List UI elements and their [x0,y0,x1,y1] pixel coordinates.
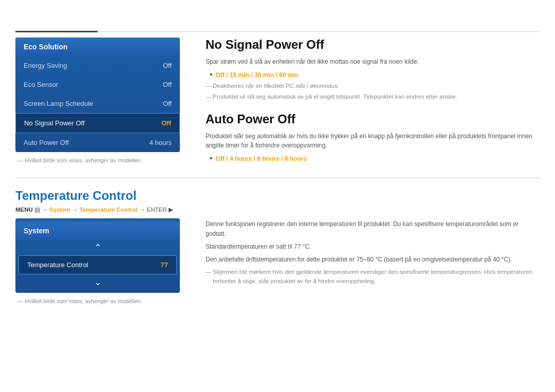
system-header: System [15,221,180,240]
menu-item-value-active: Off [161,119,171,127]
temp-desc-3: Den anbefalte driftstemperaturen for det… [206,255,540,265]
menu-item-value: Off [163,62,172,69]
menu-item-eco-sensor[interactable]: Eco Sensor Off [15,75,180,94]
auto-power-bullet: • Off / 4 hours / 6 hours / 8 hours [210,154,540,162]
menu-item-value: Off [163,81,172,88]
menu-item-label: Energy Saving [24,62,67,69]
no-signal-options: Off / 15 min / 30 min / 60 min [216,71,299,79]
menu-item-no-signal[interactable]: No Signal Power Off Off [15,113,180,133]
menu-item-label: No Signal Power Off [24,119,85,127]
auto-power-desc: Produktet slår seg automatisk av hvis du… [206,132,540,150]
no-signal-note-1: Deaktiveres når en tilkoblet PC står i ø… [206,82,540,90]
eco-solution-header: Eco Solution [15,38,180,56]
bullet-icon: • [210,70,213,79]
eco-footnote: Hvilket bilde som vises, avhenger av mod… [15,157,180,163]
auto-power-options: Off / 4 hours / 6 hours / 8 hours [216,155,307,162]
temp-control-value: 77 [161,261,168,269]
system-menu: System ⌃ Temperature Control 77 ⌄ [15,218,180,293]
menu-path-enter-icon: ▶ [169,207,173,213]
temp-dash-note: Skjermen blir mørkere hvis den gjeldende… [206,268,540,286]
main-content: Eco Solution Energy Saving Off Eco Senso… [0,38,555,173]
menu-item-value: Off [163,100,172,107]
temp-footnote: Hvilket bilde som vises, avhenger av mod… [15,298,180,304]
auto-power-title: Auto Power Off [206,112,540,126]
temp-control-label: Temperature Control [27,261,88,269]
menu-item-label: Auto Power Off [24,139,69,146]
menu-item-label: Eco Sensor [24,81,58,88]
bullet-icon: • [210,154,213,162]
menu-path-arrow1: ▤ → [34,207,49,213]
bottom-right: Denne funksjonen registrerer den interne… [195,189,540,304]
no-signal-desc: Spar strøm ved å slå av enheten når det … [206,57,540,66]
page-container: Eco Solution Energy Saving Off Eco Senso… [0,0,555,392]
temp-section-title: Temperature Control [15,189,180,203]
divider-dark [15,31,98,32]
temp-desc-2: Standardtemperaturen er satt til 77 °C. [206,242,540,252]
bottom-content: Temperature Control MENU ▤ → System → Te… [0,189,555,304]
menu-path-system: System [49,207,70,213]
menu-item-auto-power[interactable]: Auto Power Off 4 hours [15,133,180,152]
menu-path: MENU ▤ → System → Temperature Control → … [15,206,180,213]
no-signal-section: No Signal Power Off Spar strøm ved å slå… [206,38,540,102]
divider-light [98,31,540,32]
left-panel: Eco Solution Energy Saving Off Eco Senso… [15,38,180,173]
menu-path-arrow2: → [72,207,80,213]
menu-path-arrow3: → ENTER [139,207,169,213]
menu-item-value: 4 hours [150,139,172,146]
bottom-left: Temperature Control MENU ▤ → System → Te… [15,189,180,304]
no-signal-title: No Signal Power Off [206,38,540,52]
menu-item-energy-saving[interactable]: Energy Saving Off [15,56,180,75]
temp-control-item[interactable]: Temperature Control 77 [18,255,177,274]
arrow-up-button[interactable]: ⌃ [15,240,180,255]
mid-divider [15,178,540,178]
menu-path-menu: MENU [15,207,34,213]
menu-path-temp: Temperature Control [80,207,138,213]
temp-desc-1: Denne funksjonen registrerer den interne… [206,219,540,239]
menu-item-screen-lamp[interactable]: Screen Lamp Schedule Off [15,94,180,113]
no-signal-note-2: Produktet vil slå seg automatisk av på e… [206,92,540,101]
eco-solution-menu: Eco Solution Energy Saving Off Eco Senso… [15,38,180,152]
auto-power-section: Auto Power Off Produktet slår seg automa… [206,112,540,162]
arrow-down-button[interactable]: ⌄ [15,274,180,290]
no-signal-bullet: • Off / 15 min / 30 min / 60 min [210,70,540,79]
top-divider [15,0,540,32]
right-panel: No Signal Power Off Spar strøm ved å slå… [195,38,540,173]
menu-item-label: Screen Lamp Schedule [24,100,93,107]
